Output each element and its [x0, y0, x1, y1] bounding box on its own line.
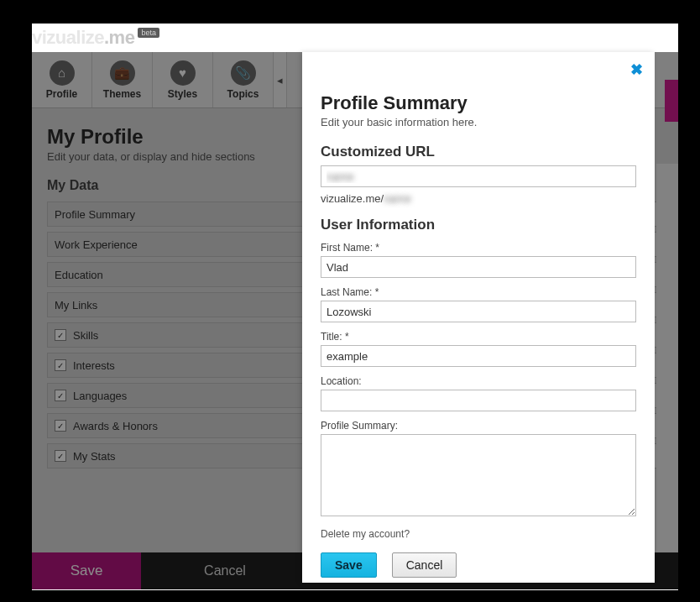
row-text: My Links — [55, 299, 97, 311]
custom-url-input[interactable] — [321, 165, 636, 187]
profile-summary-label: Profile Summary: — [321, 420, 636, 432]
row-text: Work Experience — [55, 238, 138, 251]
url-preview: vizualize.me/name — [321, 192, 636, 205]
checkbox-icon[interactable]: ✓ — [55, 359, 66, 371]
modal-footer: Save Cancel — [321, 552, 636, 578]
cancel-button[interactable]: Cancel — [392, 552, 457, 578]
profile-summary-textarea[interactable] — [321, 434, 636, 516]
last-name-input[interactable] — [321, 301, 636, 322]
checkbox-icon[interactable]: ✓ — [55, 420, 66, 432]
close-icon[interactable]: ✖ — [630, 60, 643, 79]
tab-label: Themes — [103, 88, 141, 100]
tab-topics[interactable]: 📎 Topics — [213, 52, 274, 107]
custom-url-heading: Customized URL — [321, 144, 636, 160]
checkbox-icon[interactable]: ✓ — [55, 450, 66, 462]
profile-summary-modal: ✖ Profile Summary Edit your basic inform… — [302, 52, 655, 583]
first-name-label: First Name: * — [321, 242, 636, 254]
row-text: Skills — [73, 329, 98, 342]
row-text: Languages — [73, 390, 127, 402]
briefcase-icon: 💼 — [110, 60, 135, 86]
title-input[interactable] — [321, 345, 636, 367]
user-info-heading: User Information — [321, 217, 636, 233]
row-text: Interests — [73, 359, 115, 372]
logo-part2: .me — [104, 27, 134, 48]
row-text: Education — [55, 269, 103, 281]
tab-label: Styles — [168, 88, 197, 100]
logo-brand: vizualize.me — [32, 27, 134, 49]
bg-save-button[interactable]: Save — [32, 552, 141, 589]
decorative-stripe — [656, 164, 678, 584]
checkbox-icon[interactable]: ✓ — [55, 390, 66, 401]
last-name-label: Last Name: * — [321, 286, 636, 298]
logo-bar: vizualize.me beta — [32, 24, 159, 52]
row-text: Awards & Honors — [73, 420, 158, 432]
delete-account-link[interactable]: Delete my account? — [321, 528, 410, 540]
tab-scroll-left[interactable]: ◂ — [274, 52, 287, 107]
modal-desc: Edit your basic information here. — [321, 116, 636, 128]
tab-label: Topics — [227, 88, 259, 100]
logo-part1: vizualize — [32, 27, 104, 48]
row-text: Profile Summary — [55, 208, 135, 221]
heart-icon: ♥ — [170, 60, 196, 86]
home-icon: ⌂ — [50, 60, 75, 86]
first-name-input[interactable] — [321, 256, 636, 278]
modal-title: Profile Summary — [321, 92, 636, 114]
row-text: My Stats — [73, 450, 116, 463]
bg-cancel-button[interactable]: Cancel — [141, 552, 309, 589]
attachment-icon: 📎 — [231, 60, 256, 86]
decorative-stripe — [665, 80, 678, 122]
tab-profile[interactable]: ⌂ Profile — [32, 52, 92, 107]
title-label: Title: * — [321, 331, 636, 343]
tab-styles[interactable]: ♥ Styles — [153, 52, 213, 107]
url-prefix: vizualize.me/ — [321, 192, 384, 205]
tab-themes[interactable]: 💼 Themes — [92, 52, 153, 107]
checkbox-icon[interactable]: ✓ — [55, 329, 66, 341]
url-slug-masked: name — [384, 192, 411, 205]
location-input[interactable] — [321, 390, 636, 411]
location-label: Location: — [321, 375, 636, 387]
beta-badge: beta — [138, 28, 159, 38]
tab-label: Profile — [46, 88, 77, 100]
save-button[interactable]: Save — [321, 552, 377, 578]
